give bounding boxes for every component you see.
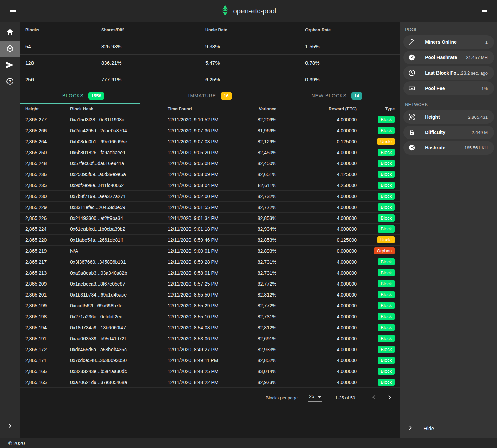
cell-height: 2,865,172 [25, 347, 70, 352]
cell-blocks: 128 [25, 60, 101, 66]
nav-blocks-button[interactable] [0, 41, 20, 57]
cell-shares-diff: 777.91% [101, 77, 205, 82]
type-chip: Block [378, 335, 395, 342]
type-chip: Block [378, 280, 395, 287]
tab[interactable]: BLOCKS 1558 [20, 88, 147, 104]
cell-block-hash: N/A [70, 248, 168, 254]
cell-variance: 82,812% [239, 325, 276, 330]
cell-time-found: 12/11/2020, 8:53:06 PM [168, 336, 239, 341]
cell-reward: 0.125000 [276, 237, 357, 243]
column-header-block-hash: Block Hash [70, 107, 168, 111]
column-header: Orphan Rate [305, 28, 395, 32]
cell-variance: 81,969% [239, 128, 276, 133]
cell-time-found: 12/11/2020, 8:49:11 PM [168, 358, 239, 363]
stat-label: Pool Fee [425, 85, 481, 91]
cell-blocks: 64 [25, 43, 101, 49]
hide-sidebar-button[interactable]: Hide [400, 419, 497, 438]
cell-variance: 82,450% [239, 150, 276, 155]
cell-variance: 82,732% [239, 194, 276, 199]
stat-label: Last Block Fo… [425, 70, 461, 76]
cell-time-found: 12/11/2020, 8:48:22 PM [168, 380, 239, 385]
cell-block-hash: 0x1b31b734...69c1d45ace [70, 292, 168, 298]
chevron-right-icon [386, 394, 393, 402]
cell-height: 2,865,250 [25, 150, 70, 155]
nav-help-button[interactable]: ? [0, 74, 20, 90]
tab[interactable]: IMMATURE 16 [147, 88, 274, 104]
prev-page-button[interactable] [369, 393, 379, 403]
stat-value: 2,865,431 [468, 115, 488, 120]
cell-reward: 4.000000 [276, 226, 357, 232]
cell-variance: 82,893% [239, 248, 276, 254]
expand-rail-button[interactable] [0, 419, 20, 434]
next-page-button[interactable] [384, 393, 395, 403]
cell-variance: 82,731% [239, 314, 276, 319]
tab-label: NEW BLOCKS [311, 93, 346, 98]
cell-variance: 82,853% [239, 237, 276, 243]
cell-time-found: 12/11/2020, 8:49:27 PM [168, 347, 239, 352]
stat-value: 2.449 M [472, 130, 488, 135]
table-row: 2,865,172 0xdc465d5a...a58beb436c 12/11/… [20, 344, 400, 355]
luck-table-header: Blocks Shares/Diff Uncle Rate Orphan Rat… [20, 22, 400, 38]
banknote-icon [408, 84, 416, 92]
cell-time-found: 12/11/2020, 9:03:04 PM [168, 183, 239, 188]
cell-block-hash: 0xb08dd0b1...99e066d95e [70, 139, 168, 144]
home-icon [6, 28, 14, 37]
column-header-variance: Variance [239, 107, 276, 111]
nav-home-button[interactable] [0, 24, 20, 41]
type-chip: Block [378, 182, 395, 189]
table-row: 2,865,165 0xa70621d9...37e305468a 12/11/… [20, 377, 400, 388]
cell-time-found: 12/11/2020, 9:05:08 PM [168, 161, 239, 166]
nav-payments-button[interactable] [0, 57, 20, 74]
cell-height: 2,865,194 [25, 325, 70, 330]
stat-last-block-found: Last Block Fo… 23.2 sec. ago [403, 66, 494, 80]
cube-scan-icon [408, 113, 416, 121]
cell-uncle-rate: 6.25% [205, 77, 305, 82]
cell-block-hash: 0xaa063539...b95d41d72f [70, 336, 168, 341]
stat-value: 23.2 sec. ago [461, 70, 488, 76]
cell-block-hash: 0xa70621d9...37e305468a [70, 380, 168, 385]
cell-variance: 82,934% [239, 226, 276, 232]
pagination-bar: Blocks per page 25 1-25 of 50 [20, 388, 400, 408]
table-row: 2,865,235 0x9df2e98e...811fc40052 12/11/… [20, 180, 400, 191]
cell-variance: 83,014% [239, 369, 276, 374]
table-row: 2,865,198 0x271a236c...0efcfdf2ec 12/11/… [20, 311, 400, 322]
cell-reward: 4.000000 [276, 215, 357, 221]
table-row: 2,865,224 0x61eabfcd...1b0cba39b2 12/11/… [20, 224, 400, 235]
cell-reward: 0.000000 [276, 248, 357, 254]
cell-variance: 82,853% [239, 215, 276, 221]
cell-block-hash: 0x7cdce548...3636093050 [70, 358, 168, 363]
hide-label: Hide [423, 425, 434, 431]
tab-count-badge: 1558 [88, 92, 104, 100]
stat-label: Pool Hashrate [425, 55, 466, 60]
cell-height: 2,865,201 [25, 292, 70, 298]
cell-block-hash: 0x1fabe54a...2661de81ff [70, 237, 168, 243]
chevron-right-icon [407, 424, 414, 432]
hamburger-menu-icon [482, 9, 487, 13]
stat-pool-hashrate: Pool Hashrate 31.457 MH [403, 51, 494, 64]
column-header-type: Type [357, 107, 395, 111]
pool-section-label: POOL [400, 22, 497, 35]
pickaxe-icon [408, 38, 416, 46]
cell-reward: 4.000000 [276, 347, 357, 352]
tab[interactable]: NEW BLOCKS 14 [273, 88, 400, 104]
cell-time-found: 12/11/2020, 8:59:46 PM [168, 237, 239, 243]
cell-height: 2,865,230 [25, 194, 70, 199]
table-row: 2,865,226 0x21493300...af2ff9ba34 12/11/… [20, 213, 400, 224]
cell-reward: 0.125000 [276, 139, 357, 144]
table-row: 2,865,194 0x18d734a9...13b6060f47 12/11/… [20, 322, 400, 333]
luck-table-row: 64 826.93% 9.38% 1.56% [20, 38, 400, 55]
left-nav-rail: ? [0, 22, 20, 438]
cell-reward: 4.000000 [276, 117, 357, 122]
table-row: 2,865,230 0x7b8f7199...aea377a271 12/11/… [20, 191, 400, 202]
cell-block-hash: 0xa9a8eab3...03a340a82b [70, 270, 168, 276]
cell-time-found: 12/11/2020, 9:02:00 PM [168, 194, 239, 199]
right-menu-button[interactable] [477, 4, 492, 18]
page-range-label: 1-25 of 50 [335, 395, 355, 400]
per-page-select[interactable]: 25 [308, 394, 322, 402]
tab-label: BLOCKS [62, 93, 84, 98]
per-page-value: 25 [309, 394, 314, 399]
cell-time-found: 12/11/2020, 9:07:36 PM [168, 128, 239, 133]
cell-shares-diff: 826.93% [101, 43, 205, 49]
left-menu-button[interactable] [5, 4, 20, 18]
stat-value: 1% [481, 86, 488, 91]
